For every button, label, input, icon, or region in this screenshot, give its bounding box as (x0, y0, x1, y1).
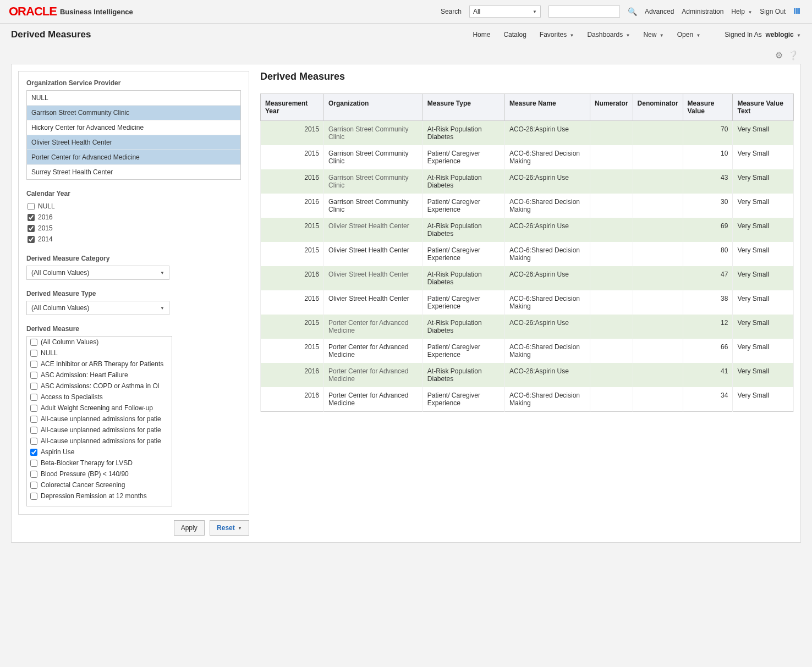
nav-favorites[interactable]: Favorites ▼ (540, 31, 574, 38)
measure-checkbox[interactable] (30, 405, 37, 412)
year-checkbox[interactable] (28, 203, 35, 210)
apply-button[interactable]: Apply (174, 520, 205, 536)
column-header[interactable]: Numerator (590, 94, 633, 121)
table-cell: 80 (683, 242, 733, 266)
table-cell: 69 (683, 218, 733, 242)
search-icon[interactable]: 🔍 (628, 7, 637, 16)
measure-item[interactable]: All-cause unplanned admissions for patie (27, 414, 172, 425)
table-cell: ACO-6:Shared Decision Making (504, 339, 590, 363)
table-cell: 34 (683, 387, 733, 412)
app-switcher-icon[interactable] (793, 8, 803, 15)
signed-in-user[interactable]: weblogic ▼ (765, 31, 801, 38)
measure-checkbox[interactable] (30, 460, 37, 467)
table-cell: 38 (683, 290, 733, 315)
org-item[interactable]: NULL (27, 91, 240, 106)
nav-catalog[interactable]: Catalog (503, 31, 526, 38)
table-cell: At-Risk Population Diabetes (423, 266, 504, 290)
measure-checkbox[interactable] (30, 394, 37, 401)
column-header[interactable]: Measurement Year (261, 94, 324, 121)
table-cell: ACO-6:Shared Decision Making (504, 242, 590, 266)
nav-open[interactable]: Open ▼ (677, 31, 701, 38)
chevron-down-icon: ▼ (570, 33, 574, 38)
measure-checkbox[interactable] (30, 427, 37, 434)
administration-link[interactable]: Administration (682, 8, 723, 15)
column-header[interactable]: Measure Value Text (733, 94, 794, 121)
nav-home[interactable]: Home (473, 31, 490, 38)
table-cell (633, 145, 683, 169)
table-cell: 2015 (261, 339, 324, 363)
column-header[interactable]: Measure Type (423, 94, 504, 121)
measure-checkbox[interactable] (30, 438, 37, 445)
org-item[interactable]: Surrey Street Health Center (27, 165, 240, 179)
results-title: Derived Measures (260, 71, 794, 82)
measure-checkbox[interactable] (30, 339, 37, 346)
table-cell: At-Risk Population Diabetes (423, 363, 504, 387)
table-cell: At-Risk Population Diabetes (423, 121, 504, 146)
measure-item[interactable]: Access to Specialists (27, 392, 172, 403)
measure-checkbox[interactable] (30, 372, 37, 379)
measure-item[interactable]: Colorectal Cancer Screening (27, 479, 172, 490)
measure-checkbox[interactable] (30, 449, 37, 456)
advanced-link[interactable]: Advanced (645, 8, 674, 15)
measure-list[interactable]: (All Column Values)NULLACE Inhibitor or … (26, 336, 172, 506)
gear-icon[interactable]: ⚙ (775, 51, 783, 60)
column-header[interactable]: Measure Value (683, 94, 733, 121)
measure-checkbox[interactable] (30, 482, 37, 489)
org-item[interactable]: Garrison Street Community Clinic (27, 106, 240, 120)
table-row: 2016Porter Center for Advanced MedicineP… (261, 387, 794, 412)
measure-item[interactable]: All-cause unplanned admissions for patie (27, 425, 172, 436)
year-checkbox[interactable] (28, 214, 35, 221)
type-filter-label: Derived Measure Type (26, 290, 241, 297)
measure-checkbox[interactable] (30, 471, 37, 478)
year-item[interactable]: 2014 (28, 234, 241, 245)
year-item[interactable]: NULL (28, 201, 241, 212)
year-item[interactable]: 2015 (28, 223, 241, 234)
measure-label: Colorectal Cancer Screening (41, 481, 125, 489)
search-input[interactable] (548, 5, 620, 18)
sign-out-link[interactable]: Sign Out (760, 8, 786, 15)
measure-item[interactable]: Beta-Blocker Therapy for LVSD (27, 457, 172, 468)
measure-checkbox[interactable] (30, 350, 37, 357)
measure-item[interactable]: Adult Weight Screening and Follow-up (27, 403, 172, 414)
org-item[interactable]: Hickory Center for Advanced Medicine (27, 120, 240, 135)
year-checkbox[interactable] (28, 236, 35, 243)
measure-checkbox[interactable] (30, 416, 37, 423)
table-cell: Porter Center for Advanced Medicine (324, 315, 423, 339)
search-scope-select[interactable]: All ▼ (469, 5, 541, 18)
table-cell: 43 (683, 169, 733, 194)
measure-item[interactable]: ASC Admissions: COPD or Asthma in Ol (27, 381, 172, 392)
help-icon[interactable]: ❔ (788, 51, 799, 60)
measure-item[interactable]: All-cause unplanned admissions for patie (27, 436, 172, 446)
table-cell: Garrison Street Community Clinic (324, 145, 423, 169)
table-row: 2015Olivier Street Health CenterPatient/… (261, 242, 794, 266)
column-header[interactable]: Denominator (633, 94, 683, 121)
measure-item[interactable]: Aspirin Use (27, 446, 172, 457)
nav-new[interactable]: New ▼ (643, 31, 663, 38)
org-item[interactable]: Olivier Street Health Center (27, 135, 240, 150)
measure-checkbox[interactable] (30, 493, 37, 500)
measure-checkbox[interactable] (30, 383, 37, 390)
measure-item[interactable]: Depression Remission at 12 months (27, 490, 172, 501)
chevron-down-icon: ▼ (238, 526, 242, 531)
measure-item[interactable]: ACE Inhibitor or ARB Therapy for Patient… (27, 359, 172, 370)
year-item[interactable]: 2016 (28, 212, 241, 223)
table-cell: 41 (683, 363, 733, 387)
category-select[interactable]: (All Column Values) ▼ (26, 266, 169, 280)
reset-button[interactable]: Reset ▼ (210, 520, 249, 536)
help-link[interactable]: Help ▼ (731, 8, 752, 15)
measure-item[interactable]: ASC Admission: Heart Failure (27, 370, 172, 381)
measure-checkbox[interactable] (30, 361, 37, 368)
table-cell: Very Small (733, 145, 794, 169)
type-select[interactable]: (All Column Values) ▼ (26, 301, 169, 315)
measure-item[interactable]: Blood Pressure (BP) < 140/90 (27, 468, 172, 479)
table-cell: Patient/ Caregiver Experience (423, 242, 504, 266)
column-header[interactable]: Organization (324, 94, 423, 121)
measure-item[interactable]: (All Column Values) (27, 337, 172, 348)
nav-dashboards[interactable]: Dashboards ▼ (587, 31, 630, 38)
org-item[interactable]: Porter Center for Advanced Medicine (27, 150, 240, 165)
top-header: ORACLE Business Intelligence Search All … (0, 0, 812, 24)
search-scope-value: All (473, 8, 480, 15)
measure-item[interactable]: NULL (27, 348, 172, 359)
column-header[interactable]: Measure Name (504, 94, 590, 121)
year-checkbox[interactable] (28, 225, 35, 232)
